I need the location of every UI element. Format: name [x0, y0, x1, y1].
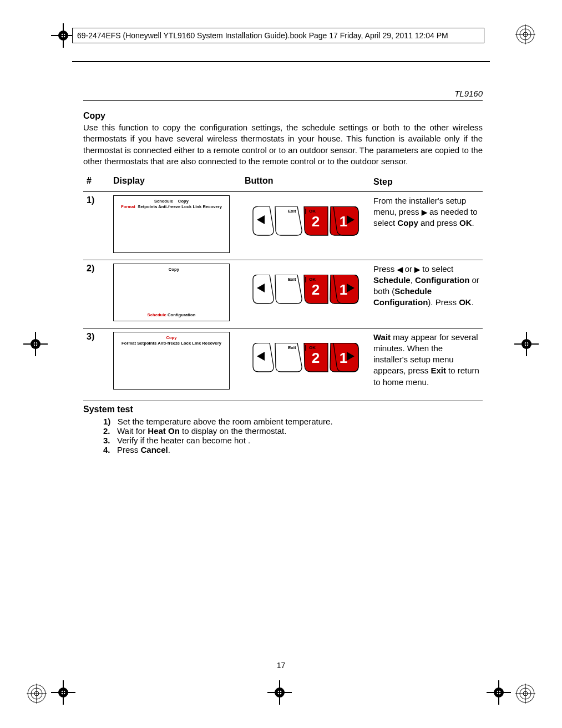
button-cell: 2 1 Exit OK [241, 260, 370, 328]
col-header-step: Step [370, 173, 483, 191]
svg-text:OK: OK [309, 277, 316, 282]
svg-text:2: 2 [312, 213, 320, 230]
list-item: 4. Press Cancel. [103, 445, 483, 454]
page-number: 17 [0, 661, 562, 670]
table-row: 2) Copy Schedule Configuration 2 1 Exit … [83, 260, 483, 328]
list-item: 2. Wait for Heat On to display on the th… [103, 426, 483, 436]
table-row: 1) Schedule Copy Format Setpoints Anti-f… [83, 191, 483, 260]
list-item: 3. Verify if the heater can become hot . [103, 436, 483, 445]
thermostat-buttons: 2 1 Exit OK [250, 275, 361, 308]
svg-text:Exit: Exit [288, 277, 296, 282]
svg-marker-39 [257, 215, 265, 224]
button-cell: 2 1 Exit OK [241, 328, 370, 396]
thermostat-buttons: 2 1 Exit OK [250, 206, 361, 240]
button-cell: 2 1 Exit OK [241, 191, 370, 260]
col-header-button: Button [241, 173, 370, 191]
crosshair-icon [266, 679, 293, 706]
svg-text:OK: OK [309, 209, 316, 214]
steps-table: # Display Button Step 1) Schedule Copy F… [83, 173, 483, 396]
thermostat-lcd: Schedule Copy Format Setpoints Anti-free… [113, 195, 230, 253]
thermostat-lcd: Copy Format Setpoints Anti-freeze Lock L… [113, 332, 230, 390]
system-test-list: 1) Set the temperature above the room am… [83, 417, 483, 454]
crosshair-icon [50, 679, 77, 706]
svg-text:Exit: Exit [288, 209, 296, 214]
svg-text:1: 1 [340, 281, 347, 298]
svg-text:Exit: Exit [288, 345, 296, 350]
svg-text:1: 1 [340, 213, 347, 230]
svg-text:OK: OK [309, 345, 316, 350]
step-number: 1) [83, 191, 110, 260]
rule [83, 100, 483, 101]
crosshair-icon [485, 679, 512, 706]
model-number: TL9160 [83, 89, 483, 98]
section-title-systest: System test [83, 405, 483, 414]
header-text: 69-2474EFS (Honeywell YTL9160 System Ins… [77, 31, 448, 40]
crosshair-icon [22, 331, 49, 357]
display-cell: Copy Format Setpoints Anti-freeze Lock L… [110, 328, 241, 396]
section-title-copy: Copy [83, 111, 483, 121]
registration-mark-tr [515, 24, 535, 44]
registration-mark-br [515, 684, 535, 704]
step-description: From the installer's setup menu, press ▶… [370, 191, 483, 260]
display-cell: Schedule Copy Format Setpoints Anti-free… [110, 191, 241, 260]
svg-marker-46 [257, 284, 265, 292]
framemaker-header: 69-2474EFS (Honeywell YTL9160 System Ins… [72, 28, 484, 43]
step-description: Wait may appear for several minutes. Whe… [370, 328, 483, 396]
thermostat-buttons: 2 1 Exit OK [250, 343, 361, 376]
step-number: 2) [83, 260, 110, 328]
display-cell: Copy Schedule Configuration [110, 260, 241, 328]
list-item: 1) Set the temperature above the room am… [103, 417, 483, 426]
col-header-num: # [83, 173, 110, 191]
thermostat-lcd: Copy Schedule Configuration [113, 264, 230, 321]
col-header-display: Display [110, 173, 241, 191]
step-number: 3) [83, 328, 110, 396]
registration-mark-bl [27, 684, 47, 704]
table-row: 3) Copy Format Setpoints Anti-freeze Loc… [83, 328, 483, 396]
header-underline [72, 61, 490, 62]
rule [83, 401, 483, 401]
step-description: Press ◀ or ▶ to select Schedule, Configu… [370, 260, 483, 328]
svg-text:2: 2 [312, 350, 320, 366]
svg-marker-53 [257, 352, 265, 361]
svg-text:2: 2 [312, 281, 320, 298]
svg-text:1: 1 [340, 350, 347, 366]
copy-description: Use this function to copy the configurat… [83, 122, 483, 167]
crosshair-icon [513, 331, 540, 357]
